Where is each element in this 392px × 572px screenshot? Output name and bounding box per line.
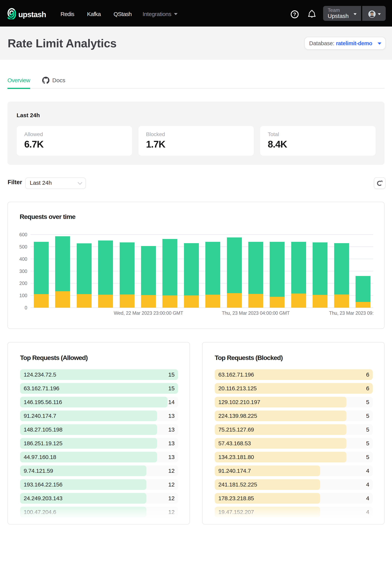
svg-text:Wed, 22 Mar 2023 23:00:00 GMT: Wed, 22 Mar 2023 23:00:00 GMT [114,310,183,316]
svg-text:400: 400 [19,256,27,262]
svg-text:600: 600 [19,232,27,237]
svg-text:200: 200 [19,281,27,286]
svg-text:500: 500 [19,244,27,250]
svg-text:Thu, 23 Mar 2023 09:00:00 GMT: Thu, 23 Mar 2023 09:00:00 GMT [329,310,385,316]
svg-text:300: 300 [19,269,27,274]
svg-text:?: ? [293,12,296,17]
svg-text:0: 0 [25,305,27,310]
svg-text:100: 100 [19,293,27,298]
svg-text:Thu, 23 Mar 2023 04:00:00 GMT: Thu, 23 Mar 2023 04:00:00 GMT [222,310,290,316]
